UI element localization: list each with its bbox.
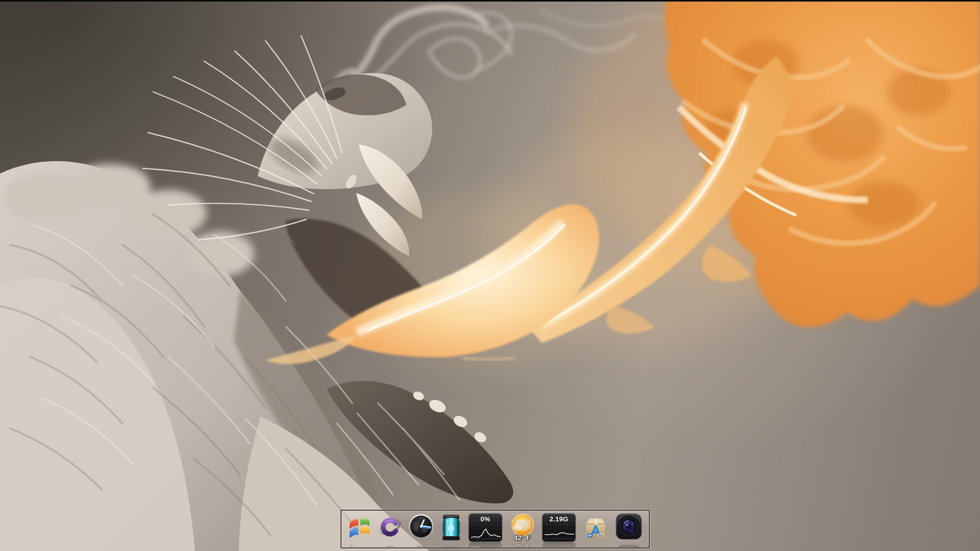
package-box-icon bbox=[582, 515, 609, 540]
dock-item-cpu-meter[interactable]: 0% bbox=[469, 513, 502, 542]
wallpaper-artwork bbox=[0, 0, 980, 551]
camera-lens-icon bbox=[616, 513, 642, 540]
dock-item-world-clock[interactable] bbox=[408, 514, 434, 541]
windows-start-icon bbox=[347, 514, 372, 539]
cpu-usage-value: 0% bbox=[469, 515, 502, 523]
dock-item-camera[interactable] bbox=[616, 513, 642, 542]
memory-usage-value: 2.19G bbox=[543, 515, 575, 523]
world-clock-icon bbox=[408, 514, 434, 539]
desktop-wallpaper: ♻ 0% bbox=[0, 0, 980, 551]
cpu-graph-icon bbox=[470, 527, 502, 540]
dock-item-weather[interactable]: 42° F bbox=[509, 513, 535, 542]
dock-item-recycle-bin[interactable]: ♻ bbox=[440, 514, 462, 543]
dock-item-windows-start[interactable] bbox=[347, 514, 372, 541]
recycle-bin-icon: ♻ bbox=[440, 514, 462, 541]
memory-graph-icon bbox=[544, 527, 575, 540]
dock-handle[interactable] bbox=[649, 514, 650, 545]
dock-item-memory-meter[interactable]: 2.19G bbox=[542, 513, 576, 542]
dock-item-package-installer[interactable] bbox=[582, 515, 609, 542]
dock-item-internet-explorer[interactable] bbox=[378, 515, 402, 541]
dock: ♻ 0% bbox=[340, 510, 650, 548]
weather-temperature: 42° F bbox=[506, 534, 538, 542]
screen-edge-strip bbox=[0, 0, 980, 2]
internet-explorer-icon bbox=[378, 515, 402, 539]
